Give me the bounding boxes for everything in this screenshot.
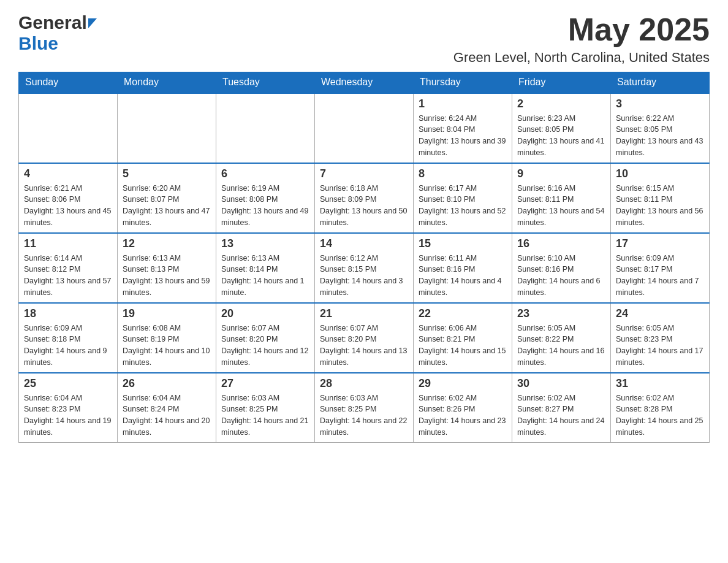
day-info: Sunrise: 6:07 AM Sunset: 8:20 PM Dayligh… — [320, 323, 408, 369]
calendar-day-cell — [19, 93, 118, 163]
calendar-week-row: 25Sunrise: 6:04 AM Sunset: 8:23 PM Dayli… — [19, 373, 710, 443]
day-number: 6 — [221, 167, 309, 180]
day-info: Sunrise: 6:15 AM Sunset: 8:11 PM Dayligh… — [616, 183, 704, 229]
day-number: 26 — [123, 377, 211, 390]
day-info: Sunrise: 6:13 AM Sunset: 8:14 PM Dayligh… — [221, 253, 309, 299]
day-number: 30 — [517, 377, 605, 390]
calendar-header-row: SundayMondayTuesdayWednesdayThursdayFrid… — [19, 72, 710, 93]
day-number: 2 — [517, 98, 605, 110]
day-info: Sunrise: 6:09 AM Sunset: 8:17 PM Dayligh… — [616, 253, 704, 299]
calendar-day-cell: 7Sunrise: 6:18 AM Sunset: 8:09 PM Daylig… — [315, 163, 414, 233]
day-info: Sunrise: 6:11 AM Sunset: 8:16 PM Dayligh… — [419, 253, 507, 299]
calendar-day-cell — [216, 93, 315, 163]
calendar-day-cell: 8Sunrise: 6:17 AM Sunset: 8:10 PM Daylig… — [414, 163, 512, 233]
calendar-day-cell: 26Sunrise: 6:04 AM Sunset: 8:24 PM Dayli… — [118, 373, 216, 443]
day-info: Sunrise: 6:04 AM Sunset: 8:24 PM Dayligh… — [123, 393, 211, 439]
calendar-day-cell — [315, 93, 414, 163]
calendar-day-cell: 10Sunrise: 6:15 AM Sunset: 8:11 PM Dayli… — [611, 163, 710, 233]
calendar-day-cell: 12Sunrise: 6:13 AM Sunset: 8:13 PM Dayli… — [118, 233, 216, 303]
day-number: 1 — [419, 98, 507, 110]
day-info: Sunrise: 6:02 AM Sunset: 8:26 PM Dayligh… — [419, 393, 507, 439]
day-number: 19 — [123, 307, 211, 320]
calendar-day-cell: 15Sunrise: 6:11 AM Sunset: 8:16 PM Dayli… — [414, 233, 512, 303]
day-number: 15 — [419, 237, 507, 250]
calendar-day-cell: 19Sunrise: 6:08 AM Sunset: 8:19 PM Dayli… — [118, 303, 216, 373]
calendar-day-header: Saturday — [611, 72, 710, 93]
calendar-day-cell: 30Sunrise: 6:02 AM Sunset: 8:27 PM Dayli… — [512, 373, 611, 443]
day-number: 12 — [123, 237, 211, 250]
calendar-day-header: Tuesday — [216, 72, 315, 93]
day-number: 11 — [24, 237, 112, 250]
location-title: Green Level, North Carolina, United Stat… — [453, 50, 710, 66]
calendar-week-row: 18Sunrise: 6:09 AM Sunset: 8:18 PM Dayli… — [19, 303, 710, 373]
day-info: Sunrise: 6:05 AM Sunset: 8:22 PM Dayligh… — [517, 323, 605, 369]
day-info: Sunrise: 6:17 AM Sunset: 8:10 PM Dayligh… — [419, 183, 507, 229]
title-block: May 2025 Green Level, North Carolina, Un… — [453, 12, 710, 66]
day-info: Sunrise: 6:10 AM Sunset: 8:16 PM Dayligh… — [517, 253, 605, 299]
calendar-day-cell: 28Sunrise: 6:03 AM Sunset: 8:25 PM Dayli… — [315, 373, 414, 443]
day-number: 25 — [24, 377, 112, 390]
day-number: 20 — [221, 307, 309, 320]
day-number: 31 — [616, 377, 704, 390]
day-number: 5 — [123, 167, 211, 180]
calendar-day-cell: 5Sunrise: 6:20 AM Sunset: 8:07 PM Daylig… — [118, 163, 216, 233]
calendar-week-row: 1Sunrise: 6:24 AM Sunset: 8:04 PM Daylig… — [19, 93, 710, 163]
day-number: 8 — [419, 167, 507, 180]
day-number: 21 — [320, 307, 408, 320]
calendar-day-cell: 11Sunrise: 6:14 AM Sunset: 8:12 PM Dayli… — [19, 233, 118, 303]
day-number: 10 — [616, 167, 704, 180]
calendar-day-cell: 6Sunrise: 6:19 AM Sunset: 8:08 PM Daylig… — [216, 163, 315, 233]
calendar-day-cell: 3Sunrise: 6:22 AM Sunset: 8:05 PM Daylig… — [611, 93, 710, 163]
logo-arrow-icon — [88, 18, 97, 28]
calendar-day-cell: 9Sunrise: 6:16 AM Sunset: 8:11 PM Daylig… — [512, 163, 611, 233]
calendar-day-cell: 22Sunrise: 6:06 AM Sunset: 8:21 PM Dayli… — [414, 303, 512, 373]
calendar-week-row: 4Sunrise: 6:21 AM Sunset: 8:06 PM Daylig… — [19, 163, 710, 233]
day-info: Sunrise: 6:03 AM Sunset: 8:25 PM Dayligh… — [320, 393, 408, 439]
calendar-day-cell: 1Sunrise: 6:24 AM Sunset: 8:04 PM Daylig… — [414, 93, 512, 163]
day-info: Sunrise: 6:02 AM Sunset: 8:28 PM Dayligh… — [616, 393, 704, 439]
calendar-day-cell: 24Sunrise: 6:05 AM Sunset: 8:23 PM Dayli… — [611, 303, 710, 373]
calendar-day-cell: 31Sunrise: 6:02 AM Sunset: 8:28 PM Dayli… — [611, 373, 710, 443]
day-number: 7 — [320, 167, 408, 180]
month-title: May 2025 — [453, 12, 710, 47]
day-number: 28 — [320, 377, 408, 390]
calendar-day-cell: 20Sunrise: 6:07 AM Sunset: 8:20 PM Dayli… — [216, 303, 315, 373]
day-number: 24 — [616, 307, 704, 320]
day-info: Sunrise: 6:02 AM Sunset: 8:27 PM Dayligh… — [517, 393, 605, 439]
calendar-day-cell: 13Sunrise: 6:13 AM Sunset: 8:14 PM Dayli… — [216, 233, 315, 303]
day-info: Sunrise: 6:24 AM Sunset: 8:04 PM Dayligh… — [419, 113, 507, 159]
day-info: Sunrise: 6:04 AM Sunset: 8:23 PM Dayligh… — [24, 393, 112, 439]
day-info: Sunrise: 6:21 AM Sunset: 8:06 PM Dayligh… — [24, 183, 112, 229]
logo-blue-text: Blue — [18, 33, 58, 53]
calendar-day-header: Thursday — [414, 72, 512, 93]
calendar-day-cell: 25Sunrise: 6:04 AM Sunset: 8:23 PM Dayli… — [19, 373, 118, 443]
logo: General Blue — [18, 12, 97, 54]
calendar-day-header: Monday — [118, 72, 216, 93]
day-number: 13 — [221, 237, 309, 250]
calendar-day-cell: 4Sunrise: 6:21 AM Sunset: 8:06 PM Daylig… — [19, 163, 118, 233]
day-info: Sunrise: 6:03 AM Sunset: 8:25 PM Dayligh… — [221, 393, 309, 439]
day-info: Sunrise: 6:07 AM Sunset: 8:20 PM Dayligh… — [221, 323, 309, 369]
day-number: 18 — [24, 307, 112, 320]
calendar-day-cell: 17Sunrise: 6:09 AM Sunset: 8:17 PM Dayli… — [611, 233, 710, 303]
calendar-week-row: 11Sunrise: 6:14 AM Sunset: 8:12 PM Dayli… — [19, 233, 710, 303]
calendar-day-header: Friday — [512, 72, 611, 93]
calendar-day-header: Wednesday — [315, 72, 414, 93]
day-info: Sunrise: 6:20 AM Sunset: 8:07 PM Dayligh… — [123, 183, 211, 229]
calendar-day-cell: 23Sunrise: 6:05 AM Sunset: 8:22 PM Dayli… — [512, 303, 611, 373]
day-number: 23 — [517, 307, 605, 320]
logo-general-text: General — [18, 12, 87, 33]
calendar-day-cell: 27Sunrise: 6:03 AM Sunset: 8:25 PM Dayli… — [216, 373, 315, 443]
day-number: 29 — [419, 377, 507, 390]
day-info: Sunrise: 6:05 AM Sunset: 8:23 PM Dayligh… — [616, 323, 704, 369]
day-info: Sunrise: 6:13 AM Sunset: 8:13 PM Dayligh… — [123, 253, 211, 299]
calendar-table: SundayMondayTuesdayWednesdayThursdayFrid… — [18, 72, 710, 443]
calendar-day-cell: 16Sunrise: 6:10 AM Sunset: 8:16 PM Dayli… — [512, 233, 611, 303]
day-number: 16 — [517, 237, 605, 250]
day-info: Sunrise: 6:14 AM Sunset: 8:12 PM Dayligh… — [24, 253, 112, 299]
day-info: Sunrise: 6:22 AM Sunset: 8:05 PM Dayligh… — [616, 113, 704, 159]
day-info: Sunrise: 6:09 AM Sunset: 8:18 PM Dayligh… — [24, 323, 112, 369]
page-header: General Blue May 2025 Green Level, North… — [18, 12, 710, 66]
day-number: 27 — [221, 377, 309, 390]
calendar-day-cell — [118, 93, 216, 163]
